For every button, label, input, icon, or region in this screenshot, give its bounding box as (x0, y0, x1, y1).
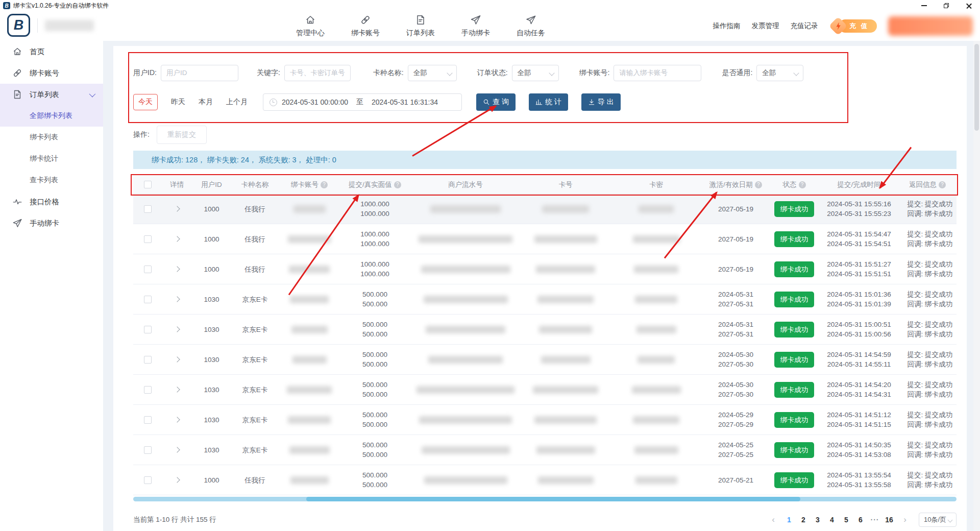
close-button[interactable] (958, 0, 980, 11)
help-icon[interactable]: ? (939, 181, 946, 188)
page-button-2[interactable]: 2 (796, 513, 811, 527)
select-all-checkbox[interactable] (144, 181, 152, 188)
sidebar-subitem-all-bind-list[interactable]: 全部绑卡列表 (0, 105, 103, 127)
expand-row-icon[interactable] (174, 236, 180, 242)
date-range-picker[interactable]: 2024-05-31 00:00:00 至 2024-05-31 16:31:3… (263, 93, 462, 111)
order-status-value: 全部 (518, 68, 531, 78)
link-recharge-records[interactable]: 充值记录 (791, 21, 818, 31)
horizontal-scrollbar[interactable] (133, 497, 957, 501)
blurred-value (290, 296, 329, 303)
status-badge[interactable]: 绑卡成功 (774, 442, 814, 458)
row-checkbox[interactable] (144, 235, 152, 243)
stats-button-label: 统 计 (545, 98, 561, 107)
status-badge[interactable]: 绑卡成功 (774, 382, 814, 398)
restore-button[interactable] (935, 0, 958, 11)
row-checkbox[interactable] (144, 356, 152, 364)
expand-row-icon[interactable] (174, 206, 180, 211)
recharge-button[interactable]: 充 值 (834, 19, 877, 33)
row-checkbox[interactable] (144, 266, 152, 273)
cell-line: 2024-05-31 (718, 320, 753, 329)
bind-account-input[interactable]: 请输入绑卡账号 (614, 65, 701, 81)
link-invoice-management[interactable]: 发票管理 (752, 21, 779, 31)
user-id-input[interactable]: 用户ID (161, 65, 238, 81)
topnav-item-order-list[interactable]: 订单列表 (406, 14, 435, 38)
prev-page-button[interactable]: ‹ (767, 513, 780, 527)
status-badge[interactable]: 绑卡成功 (774, 412, 814, 428)
quick-yesterday-button[interactable]: 昨天 (171, 98, 185, 107)
expand-row-icon[interactable] (174, 417, 180, 422)
help-icon[interactable]: ? (394, 181, 401, 188)
minimize-button[interactable] (913, 0, 935, 11)
topnav-item-auto-tasks[interactable]: 自动任务 (517, 14, 545, 38)
page-button-5[interactable]: 5 (839, 513, 853, 527)
expand-row-icon[interactable] (174, 356, 180, 362)
help-icon[interactable]: ? (755, 181, 762, 188)
sidebar-subitem-bind-stats[interactable]: 绑卡统计 (0, 148, 103, 170)
quick-last-month-button[interactable]: 上个月 (226, 98, 248, 107)
expand-row-icon[interactable] (174, 477, 180, 482)
expand-row-icon[interactable] (174, 387, 180, 392)
date-range-separator: 至 (356, 98, 363, 107)
cell-ret: 提交: 提交成功回调: 绑卡成功 (898, 435, 957, 465)
expand-row-icon[interactable] (174, 326, 180, 332)
cell-time: 2024-05-31 13:55:542024-05-31 13:55:58 (820, 465, 898, 495)
row-checkbox[interactable] (144, 446, 152, 454)
sidebar-item-api-price[interactable]: 接口价格 (0, 191, 103, 212)
row-checkbox[interactable] (144, 416, 152, 424)
help-icon[interactable]: ? (321, 181, 328, 188)
sidebar-item-bind-accounts[interactable]: 绑卡账号 (0, 62, 103, 84)
page-size-select[interactable]: 10条/页 (919, 513, 957, 527)
sidebar-item-manual-bind[interactable]: 手动绑卡 (0, 212, 103, 234)
page-button-16[interactable]: 16 (882, 513, 896, 527)
sidebar-subitem-card-check-list[interactable]: 查卡列表 (0, 170, 103, 191)
account-name-blurred (45, 20, 94, 31)
help-icon[interactable]: ? (799, 181, 806, 188)
status-badge[interactable]: 绑卡成功 (774, 322, 814, 337)
page-button-4[interactable]: 4 (825, 513, 839, 527)
page-button-6[interactable]: 6 (853, 513, 868, 527)
column-label: 卡密 (649, 180, 663, 189)
quick-this-month-button[interactable]: 本月 (199, 98, 213, 107)
vertical-scrollbar[interactable] (973, 41, 980, 531)
order-status-select[interactable]: 全部 (512, 65, 559, 81)
export-button[interactable]: 导 出 (581, 93, 621, 111)
sidebar-item-order-list[interactable]: 订单列表 (0, 84, 103, 105)
sidebar-subitem-bind-list[interactable]: 绑卡列表 (0, 127, 103, 148)
status-badge[interactable]: 绑卡成功 (774, 352, 814, 368)
expand-row-icon[interactable] (174, 447, 180, 452)
status-badge[interactable]: 绑卡成功 (774, 472, 814, 488)
quick-today-button[interactable]: 今天 (133, 94, 158, 110)
row-checkbox[interactable] (144, 476, 152, 484)
horizontal-scrollbar-thumb[interactable] (306, 497, 800, 501)
cell-face_value: 500.000500.000 (340, 284, 409, 314)
query-button[interactable]: 查 询 (476, 93, 516, 111)
card-type-select[interactable]: 全部 (408, 65, 457, 81)
sidebar-item-home[interactable]: 首页 (0, 41, 103, 62)
account-button-blurred[interactable] (888, 16, 973, 36)
next-page-button[interactable]: › (898, 513, 912, 527)
stats-button[interactable]: 统 计 (529, 93, 568, 111)
link-operation-guide[interactable]: 操作指南 (713, 21, 741, 31)
status-badge[interactable]: 绑卡成功 (774, 201, 814, 217)
row-checkbox[interactable] (144, 326, 152, 333)
resubmit-button[interactable]: 重新提交 (157, 126, 207, 144)
status-badge[interactable]: 绑卡成功 (774, 231, 814, 247)
divider (37, 18, 38, 33)
vertical-scrollbar-thumb[interactable] (974, 44, 979, 131)
row-checkbox[interactable] (144, 386, 152, 394)
cell-line: 2024-05-31 14:55:11 (827, 359, 891, 369)
page-button-3[interactable]: 3 (811, 513, 825, 527)
status-badge[interactable]: 绑卡成功 (774, 261, 814, 277)
cell-line: 回调: 绑卡成功 (907, 269, 952, 279)
topnav-item-manual-bind[interactable]: 手动绑卡 (461, 14, 490, 38)
status-badge[interactable]: 绑卡成功 (774, 292, 814, 307)
topnav-item-admin-center[interactable]: 管理中心 (296, 14, 325, 38)
row-checkbox[interactable] (144, 205, 152, 213)
topnav-item-bind-accounts[interactable]: 绑卡账号 (351, 14, 380, 38)
row-checkbox[interactable] (144, 296, 152, 303)
keyword-input[interactable]: 卡号、卡密订单号 (284, 65, 351, 81)
expand-row-icon[interactable] (174, 266, 180, 272)
expand-row-icon[interactable] (174, 296, 180, 302)
page-button-1[interactable]: 1 (782, 513, 796, 527)
universal-select[interactable]: 全部 (756, 65, 803, 81)
